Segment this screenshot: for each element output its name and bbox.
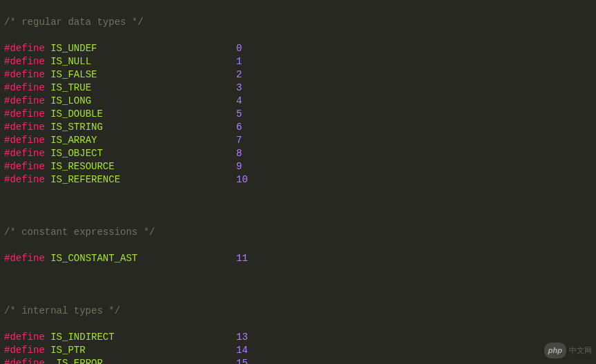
define-value: 9 (236, 161, 242, 172)
define-keyword: #define (4, 161, 45, 172)
define-keyword: #define (4, 253, 45, 264)
define-line: #define IS_DOUBLE 5 (4, 108, 592, 121)
define-identifier: _IS_ERROR (50, 358, 103, 364)
define-value: 1 (236, 56, 242, 67)
watermark: php 中文网 (544, 343, 592, 358)
define-keyword: #define (4, 69, 45, 80)
define-line: #define IS_PTR 14 (4, 344, 592, 357)
comment-line: /* internal types */ (4, 305, 592, 318)
code-block: /* regular data types */ #define IS_UNDE… (0, 0, 596, 364)
define-line: #define IS_FALSE 2 (4, 68, 592, 82)
define-value: 11 (236, 253, 248, 264)
watermark-badge: php (544, 343, 566, 358)
define-value: 3 (236, 82, 242, 93)
define-value: 6 (236, 122, 242, 133)
define-identifier: IS_REFERENCE (50, 174, 120, 185)
define-keyword: #define (4, 332, 45, 343)
define-line: #define IS_INDIRECT 13 (4, 331, 592, 344)
define-line: #define IS_TRUE 3 (4, 82, 592, 95)
define-line: #define IS_NULL 1 (4, 55, 592, 68)
define-line: #define IS_REFERENCE 10 (4, 173, 592, 186)
define-keyword: #define (4, 174, 45, 185)
define-value: 2 (236, 69, 242, 80)
define-line: #define IS_OBJECT 8 (4, 147, 592, 160)
define-value: 8 (236, 148, 242, 159)
blank-line (4, 278, 592, 291)
comment-line: /* regular data types */ (4, 16, 592, 29)
define-keyword: #define (4, 135, 45, 146)
comment-regular-data-types: /* regular data types */ (4, 17, 144, 28)
define-value: 7 (236, 135, 242, 146)
define-identifier: IS_STRING (50, 122, 103, 133)
define-identifier: IS_CONSTANT_AST (50, 253, 137, 264)
define-identifier: IS_RESOURCE (50, 161, 114, 172)
define-identifier: IS_FALSE (50, 69, 97, 80)
define-value: 13 (236, 332, 248, 343)
define-line: #define IS_LONG 4 (4, 95, 592, 108)
define-value: 5 (236, 108, 242, 119)
define-keyword: #define (4, 122, 45, 133)
define-keyword: #define (4, 95, 45, 106)
define-value: 10 (236, 174, 248, 185)
define-line: #define IS_UNDEF 0 (4, 42, 592, 55)
comment-internal-types: /* internal types */ (4, 305, 120, 316)
define-identifier: IS_DOUBLE (50, 108, 103, 119)
define-line: #define _IS_ERROR 15 (4, 357, 592, 364)
define-line: #define IS_ARRAY 7 (4, 134, 592, 147)
define-keyword: #define (4, 358, 45, 364)
blank-line (4, 200, 592, 213)
define-identifier: IS_NULL (50, 56, 91, 67)
define-keyword: #define (4, 43, 45, 54)
define-value: 14 (236, 345, 248, 356)
define-keyword: #define (4, 108, 45, 119)
define-value: 0 (236, 43, 242, 54)
define-identifier: IS_INDIRECT (50, 332, 114, 343)
define-keyword: #define (4, 56, 45, 67)
define-keyword: #define (4, 82, 45, 93)
define-line: #define IS_RESOURCE 9 (4, 160, 592, 173)
define-identifier: IS_OBJECT (50, 148, 103, 159)
define-identifier: IS_UNDEF (50, 43, 97, 54)
define-keyword: #define (4, 148, 45, 159)
define-value: 15 (236, 358, 248, 364)
define-value: 4 (236, 95, 242, 106)
define-identifier: IS_TRUE (50, 82, 91, 93)
comment-line: /* constant expressions */ (4, 226, 592, 239)
define-line: #define IS_CONSTANT_AST 11 (4, 252, 592, 265)
define-line: #define IS_STRING 6 (4, 121, 592, 134)
comment-constant-expressions: /* constant expressions */ (4, 227, 155, 238)
define-keyword: #define (4, 345, 45, 356)
define-identifier: IS_LONG (50, 95, 91, 106)
define-identifier: IS_ARRAY (50, 135, 97, 146)
watermark-text: 中文网 (569, 344, 592, 357)
define-identifier: IS_PTR (50, 345, 85, 356)
